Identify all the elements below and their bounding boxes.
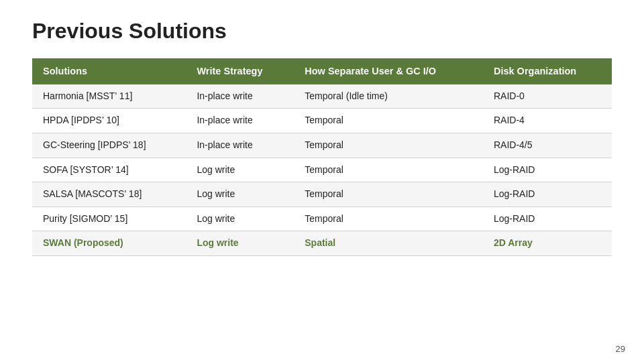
page-number: 29 xyxy=(616,344,625,354)
page-container: Previous Solutions Solutions Write Strat… xyxy=(0,0,644,362)
cell-separation: Temporal xyxy=(294,182,483,207)
cell-disk-org: Log-RAID xyxy=(483,182,612,207)
cell-separation: Spatial xyxy=(294,231,483,256)
table-row: SWAN (Proposed)Log writeSpatial2D Array xyxy=(32,231,612,256)
cell-solution: SALSA [MASCOTS’ 18] xyxy=(32,182,186,207)
cell-write-strategy: Log write xyxy=(186,231,294,256)
cell-separation: Temporal (Idle time) xyxy=(294,84,483,109)
solutions-table: Solutions Write Strategy How Separate Us… xyxy=(32,58,612,256)
cell-separation: Temporal xyxy=(294,206,483,231)
table-header-row: Solutions Write Strategy How Separate Us… xyxy=(32,58,612,84)
cell-solution: SOFA [SYSTOR’ 14] xyxy=(32,158,186,182)
cell-solution: GC-Steering [IPDPS’ 18] xyxy=(32,133,186,158)
cell-disk-org: RAID-4/5 xyxy=(483,133,612,158)
cell-disk-org: RAID-4 xyxy=(483,109,612,133)
cell-solution: HPDA [IPDPS’ 10] xyxy=(32,109,186,133)
cell-solution: Purity [SIGMOD’ 15] xyxy=(32,206,186,231)
cell-write-strategy: Log write xyxy=(186,182,294,207)
table-row: Harmonia [MSST’ 11]In-place writeTempora… xyxy=(32,84,612,109)
table-row: SOFA [SYSTOR’ 14]Log writeTemporalLog-RA… xyxy=(32,158,612,182)
table-row: SALSA [MASCOTS’ 18]Log writeTemporalLog-… xyxy=(32,182,612,207)
cell-separation: Temporal xyxy=(294,158,483,182)
table-row: HPDA [IPDPS’ 10]In-place writeTemporalRA… xyxy=(32,109,612,133)
col-header-write-strategy: Write Strategy xyxy=(186,58,294,84)
cell-write-strategy: Log write xyxy=(186,158,294,182)
cell-disk-org: Log-RAID xyxy=(483,158,612,182)
cell-write-strategy: In-place write xyxy=(186,109,294,133)
col-header-disk-org: Disk Organization xyxy=(483,58,612,84)
cell-disk-org: 2D Array xyxy=(483,231,612,256)
col-header-separation: How Separate User & GC I/O xyxy=(294,58,483,84)
col-header-solutions: Solutions xyxy=(32,58,186,84)
cell-write-strategy: In-place write xyxy=(186,133,294,158)
cell-write-strategy: Log write xyxy=(186,206,294,231)
page-title: Previous Solutions xyxy=(32,19,612,44)
cell-write-strategy: In-place write xyxy=(186,84,294,109)
table-row: GC-Steering [IPDPS’ 18]In-place writeTem… xyxy=(32,133,612,158)
cell-disk-org: Log-RAID xyxy=(483,206,612,231)
cell-separation: Temporal xyxy=(294,109,483,133)
cell-solution: SWAN (Proposed) xyxy=(32,231,186,256)
table-row: Purity [SIGMOD’ 15]Log writeTemporalLog-… xyxy=(32,206,612,231)
cell-separation: Temporal xyxy=(294,133,483,158)
cell-solution: Harmonia [MSST’ 11] xyxy=(32,84,186,109)
cell-disk-org: RAID-0 xyxy=(483,84,612,109)
